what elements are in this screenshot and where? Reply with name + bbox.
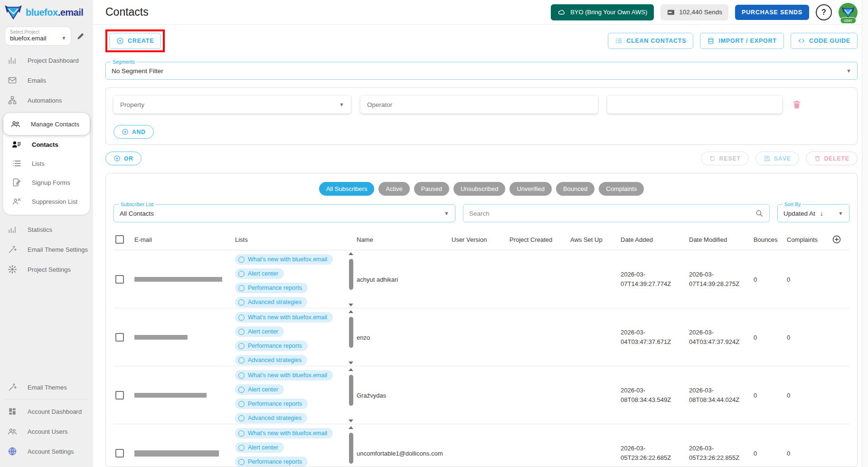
operator-select[interactable]: Operator [360, 95, 598, 114]
create-button[interactable]: CREATE [109, 33, 161, 49]
sidebar: bluefox.email Select Project bluefox.ema… [0, 0, 93, 467]
tab-complaints[interactable]: Complaints [599, 182, 644, 196]
table-row: What's new with bluefox.email Alert cent… [113, 250, 849, 308]
sidebar-item-account-users[interactable]: Account Users [0, 421, 93, 441]
search-icon[interactable] [755, 209, 764, 218]
sidebar-item-manage-contacts[interactable]: Manage Contacts [3, 113, 90, 135]
segments-select[interactable]: Segments No Segment Filter ▼ [105, 62, 858, 80]
tab-paused[interactable]: Paused [414, 182, 449, 196]
tab-active[interactable]: Active [378, 182, 409, 196]
scroll-thumb[interactable] [349, 433, 353, 464]
sidebar-item-signup-forms[interactable]: Signup Forms [3, 173, 90, 192]
sidebar-item-lists[interactable]: Lists [3, 154, 90, 173]
scroll-thumb[interactable] [349, 375, 353, 406]
delete-button[interactable]: DELETE [806, 152, 858, 165]
import-export-label: IMPORT / EXPORT [718, 38, 776, 44]
tab-bounced[interactable]: Bounced [556, 182, 594, 196]
brand-logo: bluefox.email [0, 0, 93, 24]
sidebar-item-project-settings[interactable]: Project Settings [0, 259, 93, 279]
list-chip: Advanced strategies [235, 297, 307, 307]
sidebar-item-label: Email Theme Settings [28, 246, 88, 253]
property-select[interactable]: Property ▼ [113, 95, 351, 114]
col-date-added: Date Added [621, 236, 689, 243]
subscriber-list-select[interactable]: Subscriber List All Contacts ▼ [113, 204, 455, 222]
tab-unsubscribed[interactable]: Unsubscribed [453, 182, 506, 196]
sidebar-item-label: Lists [32, 160, 45, 167]
lists-scrollbar[interactable] [348, 252, 354, 306]
add-and-condition-button[interactable]: AND [113, 125, 154, 139]
project-select[interactable]: Select Project bluefox.email ▼ [5, 27, 71, 46]
ring-icon [238, 415, 245, 421]
sidebar-item-label: Manage Contacts [31, 121, 79, 128]
ring-icon [238, 285, 245, 291]
statistics-chart-icon [8, 225, 17, 234]
filter-value-input[interactable] [607, 95, 782, 114]
scroll-down-icon[interactable] [349, 419, 353, 422]
sidebar-item-account-dashboard[interactable]: Account Dashboard [0, 401, 93, 421]
ring-icon [238, 387, 245, 393]
avatar[interactable]: user [839, 3, 858, 22]
date-added-cell: 2026-03-07T14:39:27.774Z [621, 270, 689, 289]
help-button[interactable]: ? [816, 4, 832, 20]
scroll-down-icon[interactable] [349, 362, 353, 364]
add-or-condition-button[interactable]: OR [105, 152, 142, 165]
tab-unverified[interactable]: Unverified [509, 182, 552, 196]
chevron-down-icon: ▼ [339, 102, 344, 107]
lists-scrollbar[interactable] [348, 368, 354, 422]
add-column-button[interactable] [829, 235, 845, 244]
code-guide-label: CODE GUIDE [809, 38, 850, 44]
sidebar-item-suppression-list[interactable]: Suppression List [3, 192, 90, 211]
sidebar-item-automations[interactable]: Automations [0, 90, 93, 110]
scroll-down-icon[interactable] [349, 304, 353, 306]
date-added-cell: 2026-03-05T23:26:22.685Z [621, 444, 689, 463]
tab-all-subscribers[interactable]: All Subscribers [319, 182, 375, 196]
reset-button[interactable]: RESET [701, 152, 749, 165]
scroll-thumb[interactable] [349, 317, 353, 348]
purchase-sends-button[interactable]: PURCHASE SENDS [735, 5, 809, 20]
date-modified-cell: 2026-03-05T23:26:22.855Z [689, 444, 754, 463]
segments-label: Segments [111, 59, 137, 65]
lists-cell: What's new with bluefox.email Alert cent… [235, 308, 357, 366]
import-export-button[interactable]: IMPORT / EXPORT [700, 33, 783, 49]
complaints-cell: 0 [787, 392, 829, 399]
byo-aws-button[interactable]: BYO (Bring Your Own AWS) [551, 4, 654, 20]
page-scrollbar[interactable] [862, 0, 868, 467]
col-name: Name [357, 236, 452, 243]
sidebar-item-project-dashboard[interactable]: Project Dashboard [0, 50, 93, 70]
redacted-email [134, 393, 207, 398]
sidebar-item-label: Suppression List [32, 198, 77, 205]
ring-icon [238, 372, 245, 379]
row-checkbox[interactable] [115, 333, 124, 342]
trash-icon [814, 155, 821, 162]
sort-by-select[interactable]: Sort By Updated At ↓ ▼ [777, 204, 849, 222]
sidebar-item-statistics[interactable]: Statistics [0, 219, 93, 239]
lists-scrollbar[interactable] [348, 426, 354, 467]
code-guide-button[interactable]: CODE GUIDE [791, 33, 858, 49]
lists-scrollbar[interactable] [348, 310, 354, 364]
bounces-cell: 0 [754, 276, 787, 283]
edit-project-pencil-icon[interactable] [76, 31, 85, 41]
row-checkbox[interactable] [115, 391, 124, 400]
clean-contacts-button[interactable]: CLEAN CONTACTS [608, 33, 693, 49]
scroll-thumb[interactable] [349, 259, 353, 290]
contact-list-icon [12, 140, 21, 149]
sidebar-item-emails[interactable]: Emails [0, 70, 93, 90]
search-input[interactable] [469, 210, 755, 217]
sidebar-item-email-themes[interactable]: Email Themes [0, 377, 93, 397]
save-button[interactable]: SAVE [755, 152, 799, 165]
row-checkbox[interactable] [115, 275, 124, 284]
or-row: OR RESET SAVE DELETE [105, 152, 858, 165]
sidebar-item-account-settings[interactable]: Account Settings [0, 441, 93, 461]
annotation-highlight-box: CREATE [105, 29, 165, 52]
database-icon [707, 37, 715, 45]
select-all-checkbox[interactable] [115, 235, 124, 244]
complaints-cell: 0 [787, 450, 829, 457]
sort-direction-arrow-icon[interactable]: ↓ [820, 210, 823, 217]
ring-icon [238, 271, 245, 277]
date-modified-cell: 2026-03-07T14:39:28.275Z [689, 270, 754, 289]
remove-condition-trash-icon[interactable] [792, 99, 802, 110]
sidebar-item-email-theme-settings[interactable]: Email Theme Settings [0, 239, 93, 259]
ring-icon [238, 445, 245, 451]
row-checkbox[interactable] [115, 449, 124, 457]
sidebar-item-contacts[interactable]: Contacts [3, 135, 90, 154]
